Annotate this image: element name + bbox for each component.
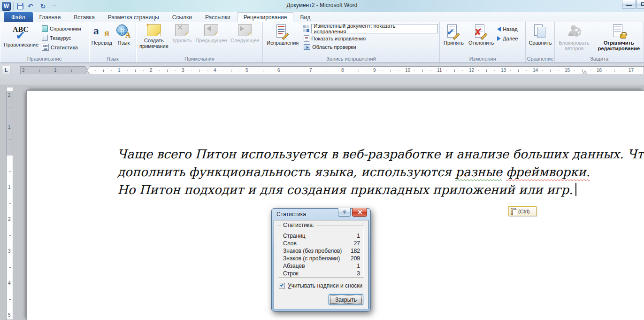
track-changes-icon xyxy=(276,24,289,39)
dialog-close-button[interactable] xyxy=(352,208,367,217)
group-label-tracking: Запись исправлений xyxy=(263,56,439,62)
ruler-tick xyxy=(359,70,359,72)
compare-button[interactable]: Сравнить xyxy=(527,23,553,47)
stat-row: Знаков (без пробелов)182 xyxy=(283,247,360,255)
research-button[interactable]: Справочники xyxy=(41,25,82,32)
new-comment-button[interactable]: ✦ Создать примечание xyxy=(138,23,170,49)
window-controls xyxy=(622,0,644,9)
ruler-dot xyxy=(127,70,128,71)
ruler-dot xyxy=(319,70,319,71)
grammar-error-word: разные xyxy=(455,165,502,179)
ruler-dot xyxy=(175,70,176,71)
ribbon-tab-row: Файл ГлавнаяВставкаРазметка страницыСсыл… xyxy=(0,12,644,22)
tab-1[interactable]: Главная xyxy=(33,12,68,22)
ruler-tick xyxy=(295,70,295,72)
paste-options-button[interactable]: (Ctrl) xyxy=(508,206,537,216)
horizontal-ruler-scale: 123456789101112131415161712 xyxy=(21,67,644,74)
ruler-dot xyxy=(590,70,590,71)
block-authors-icon xyxy=(567,24,581,39)
ruler-number: 17 xyxy=(629,68,634,73)
hanging-indent-marker[interactable] xyxy=(85,71,90,74)
dialog-help-button[interactable]: ? xyxy=(338,208,351,217)
reviewing-pane-button[interactable]: Область проверки xyxy=(303,44,438,50)
dialog-title: Статистика xyxy=(276,211,306,218)
group-comments: ✦ Создать примечание ✕ Удалить Предыдуще… xyxy=(136,22,263,62)
maximize-button[interactable] xyxy=(636,0,644,9)
next-comment-icon xyxy=(238,24,252,36)
tab-4[interactable]: Ссылки xyxy=(166,12,199,22)
translate-button[interactable]: aя Перевод xyxy=(91,23,113,47)
group-label-changes: Изменения xyxy=(440,56,525,62)
tab-5[interactable]: Рассылки xyxy=(199,12,237,22)
ruler-tick xyxy=(391,70,391,72)
reject-button[interactable]: ✘ Отклонить xyxy=(466,23,496,47)
first-line-indent-marker[interactable] xyxy=(85,66,90,70)
vruler-number: 1 xyxy=(8,185,11,190)
ruler-number: 7 xyxy=(309,68,312,73)
tab-file[interactable]: Файл xyxy=(4,12,33,22)
window-title: Документ2 - Microsoft Word xyxy=(0,2,644,8)
next-change-button[interactable]: Далее xyxy=(496,35,519,42)
word-count-button[interactable]: ABC123 Статистика xyxy=(41,43,82,51)
tab-6[interactable]: Рецензирование xyxy=(237,12,294,22)
ruler-dot xyxy=(462,70,463,71)
vruler-number: 4 xyxy=(8,281,11,286)
ruler-tick xyxy=(550,70,551,72)
maximize-icon xyxy=(641,2,644,6)
language-button[interactable]: A Язык xyxy=(113,23,134,47)
stat-value: 1 xyxy=(357,232,360,240)
ruler-number: 8 xyxy=(341,68,344,73)
ruler-number: 3 xyxy=(182,68,184,73)
back-arrow-icon xyxy=(497,27,501,31)
include-textboxes-checkbox-row[interactable]: Учитывать надписи и сноски xyxy=(279,282,362,289)
restrict-editing-button[interactable]: Ограничить редактирование xyxy=(596,23,642,52)
ruler-number: 11 xyxy=(437,68,442,73)
previous-change-button[interactable]: Назад xyxy=(496,26,519,32)
group-label-language: Язык xyxy=(89,56,136,62)
close-icon xyxy=(358,210,362,214)
spelling-grammar-button[interactable]: ABC ✔ Правописание xyxy=(1,24,41,48)
ruler-dot xyxy=(446,70,447,71)
track-changes-button[interactable]: Исправления xyxy=(264,23,301,47)
stat-label: Знаков (без пробелов) xyxy=(283,247,342,255)
group-label-comments: Примечания xyxy=(136,56,262,62)
vruler-number: 2 xyxy=(8,217,11,222)
stat-label: Страниц xyxy=(283,232,306,240)
ruler-dot xyxy=(558,70,559,71)
accept-button[interactable]: ✔ Принять xyxy=(441,23,466,47)
ruler-dot xyxy=(239,70,239,71)
previous-comment-button[interactable]: Предыдущее xyxy=(194,23,229,44)
vruler-number: 1 xyxy=(8,125,11,130)
minimize-button[interactable] xyxy=(622,0,636,9)
tab-3[interactable]: Разметка страницы xyxy=(101,12,166,22)
vertical-ruler: 1234512 xyxy=(6,87,13,320)
paste-options-label: (Ctrl) xyxy=(518,209,529,214)
group-label-compare: Сравнение xyxy=(526,56,554,62)
right-indent-marker[interactable] xyxy=(583,71,587,74)
tab-7[interactable]: Вид xyxy=(293,12,317,22)
ruler-dot xyxy=(574,70,575,71)
ruler-tick xyxy=(167,70,168,72)
statistics-dialog: Статистика ? Статистика: Страниц1Слов27З… xyxy=(271,208,371,312)
ruler-margin-number: 1 xyxy=(54,68,57,73)
thesaurus-button[interactable]: Тезаурус xyxy=(41,34,82,41)
block-authors-button[interactable]: Блокировать авторов xyxy=(556,23,591,52)
checkbox-icon[interactable] xyxy=(279,283,285,289)
ruler-number: 5 xyxy=(245,68,248,73)
show-markup-button[interactable]: Показать исправления xyxy=(303,35,438,42)
delete-comment-button[interactable]: ✕ Удалить xyxy=(170,23,194,45)
next-comment-button[interactable]: Следующее xyxy=(229,23,261,44)
ruler-tick xyxy=(422,70,423,72)
ruler-dot xyxy=(606,70,606,71)
display-for-review-combobox[interactable]: Измененный документ: показать исправлени… xyxy=(311,24,438,33)
group-proofing: ABC ✔ Правописание Справочники Тезаурус … xyxy=(0,22,89,62)
ruler-tick xyxy=(263,70,263,72)
ruler-dot xyxy=(271,70,271,71)
stat-row: Страниц1 xyxy=(283,232,360,240)
ruler-tick xyxy=(454,70,455,72)
close-button[interactable]: Закрыть xyxy=(329,294,363,305)
vruler-number: 3 xyxy=(8,249,11,254)
vruler-tick xyxy=(9,235,11,236)
tab-2[interactable]: Вставка xyxy=(67,12,101,22)
tab-stop-selector[interactable]: L xyxy=(2,66,10,74)
